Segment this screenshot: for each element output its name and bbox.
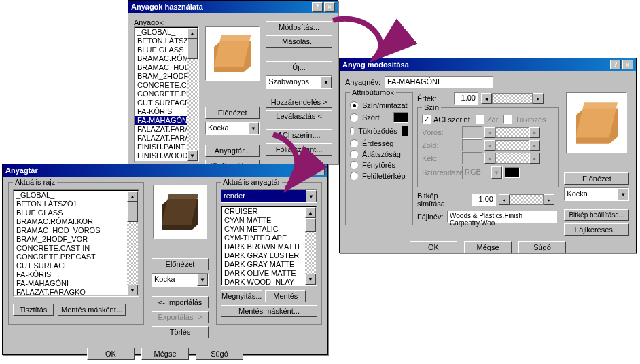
smoothing-field[interactable]: 1.00 (472, 194, 496, 206)
attribute-radio[interactable]: Felülettérkép (350, 170, 408, 181)
list-item[interactable]: BRAMAC_HOD_VOROS (14, 226, 138, 235)
title: Anyagtár (5, 166, 38, 175)
new-button[interactable]: Új... (266, 61, 332, 73)
material-library-dialog: Anyagtár ? ✕ Aktuális rajz _GLOBAL_BETON… (2, 164, 328, 355)
preview-button[interactable]: Előnézet (205, 107, 260, 119)
attributes-label: Attribútumok (350, 88, 396, 96)
list-item[interactable]: CRUISER (222, 207, 316, 216)
standard-combo[interactable]: Szabványos▼ (266, 75, 332, 89)
list-item[interactable]: BRAMAC.RÓMAI.KOR (14, 217, 138, 226)
list-item[interactable]: CUT SURFACE (14, 261, 138, 270)
shape-combo[interactable]: Kocka▼ (205, 122, 260, 135)
radio-icon (350, 101, 358, 109)
list-item[interactable]: CYM-TINTED APE (222, 234, 316, 242)
scrollbar[interactable]: ▲▼ (305, 207, 316, 285)
color-swatch (505, 167, 520, 178)
scroll-up-icon[interactable]: ▲ (187, 28, 198, 39)
assign-button[interactable]: Hozzárendelés > (266, 96, 332, 108)
titlebar[interactable]: Anyag módosítása ? ✕ (340, 58, 636, 71)
close-icon[interactable]: ✕ (622, 60, 633, 69)
library-button[interactable]: Anyagtár... (205, 145, 260, 157)
list-item[interactable]: DARK GRAY LUSTER (222, 251, 316, 260)
preview-button[interactable]: Előnézet (564, 172, 629, 185)
attribute-radio[interactable]: Fénytörés (350, 160, 408, 170)
color-swatch (402, 126, 408, 136)
export-button[interactable]: Exportálás -> (152, 311, 209, 323)
titlebar[interactable]: Anyagok használata ? ✕ (128, 1, 338, 13)
materials-list[interactable]: _GLOBAL_BETON.LÁTSZÓ1BLUE GLASSBRAMAC.RÓ… (134, 26, 199, 162)
name-field[interactable]: FA-MAHAGÓNI (385, 76, 493, 88)
ok-button[interactable]: OK (410, 241, 457, 253)
browse-button[interactable]: Fájlkeresés... (564, 223, 629, 236)
bylayer-button[interactable]: Fólia szerint... (266, 143, 332, 156)
attribute-radio[interactable]: Szórt (350, 111, 408, 124)
cancel-button[interactable]: Mégse (141, 348, 189, 360)
saveas-button[interactable]: Mentés másként... (58, 304, 126, 316)
save-button[interactable]: Mentés (265, 290, 306, 302)
list-item[interactable]: BETON.LÁTSZÓ1 (14, 200, 138, 208)
library-list[interactable]: CRUISERCYAN MATTECYAN METALICCYM-TINTED … (221, 206, 317, 286)
help-icon[interactable]: ? (610, 60, 621, 69)
filename-field[interactable]: Woods & Plastics.Finish Carpentry.Woo (447, 211, 557, 223)
list-item[interactable]: FA-MAHAGÓNI (14, 279, 138, 288)
cancel-button[interactable]: Mégse (464, 241, 512, 253)
ok-button[interactable]: OK (87, 348, 135, 360)
drawing-materials-list[interactable]: _GLOBAL_BETON.LÁTSZÓ1BLUE GLASSBRAMAC.RÓ… (13, 189, 139, 297)
list-item[interactable]: _GLOBAL_ (14, 191, 138, 200)
list-item[interactable]: FALAZAT.FARAGKO (14, 288, 138, 296)
aci-checkbox[interactable]: ACI szerint (422, 115, 470, 124)
attribute-radio[interactable]: Érdesség (350, 138, 408, 149)
list-item[interactable]: CONCRETE.CAST-IN (14, 244, 138, 253)
modify-button[interactable]: Módosítás... (266, 21, 332, 33)
list-item[interactable]: BRAM_2HODF_VOR (14, 235, 138, 244)
current-drawing-label: Aktuális rajz (13, 178, 57, 186)
scroll-down-icon[interactable]: ▼ (187, 150, 198, 161)
list-item[interactable]: CYAN MATTE (222, 216, 316, 225)
close-icon[interactable]: ✕ (324, 2, 335, 12)
radio-icon (350, 113, 358, 122)
value-slider[interactable]: ◂▸ (481, 93, 544, 104)
help-icon[interactable]: ? (302, 166, 313, 175)
scrollbar[interactable]: ▲ ▼ (187, 28, 198, 161)
name-label: Anyagnév: (345, 78, 380, 86)
color-swatch (393, 112, 408, 123)
preview-button[interactable]: Előnézet (152, 258, 209, 270)
smoothing-slider[interactable]: ◂▸ (499, 194, 554, 205)
titlebar[interactable]: Anyagtár ? ✕ (3, 164, 327, 177)
help-button[interactable]: Súgó (518, 241, 566, 253)
saveas-button[interactable]: Mentés másként... (221, 305, 317, 317)
list-item[interactable]: BLUE GLASS (14, 208, 138, 217)
copy-button[interactable]: Másolás... (266, 35, 332, 48)
bitmap-button[interactable]: Bitkép beállítása... (564, 209, 629, 221)
value-field[interactable]: 1.00 (454, 92, 478, 105)
help-button[interactable]: Súgó (196, 348, 243, 360)
list-item[interactable]: CYAN METALIC (222, 225, 316, 234)
clean-button[interactable]: Tisztítás (13, 304, 54, 316)
aci-button[interactable]: ACI szerint... (266, 129, 332, 141)
delete-button[interactable]: Törlés (152, 326, 209, 338)
shape-combo[interactable]: Kocka▼ (564, 187, 629, 201)
list-item[interactable]: DARK GRAY MATTE (222, 260, 316, 269)
radio-icon (350, 172, 358, 180)
shape-combo[interactable]: Kocka▼ (152, 273, 209, 287)
attribute-radio[interactable]: Tükröződés (350, 124, 408, 138)
close-icon[interactable]: ✕ (314, 166, 325, 175)
open-button[interactable]: Megnyitás... (221, 290, 262, 302)
list-item[interactable]: CONCRETE.PRECAST (14, 253, 138, 261)
radio-icon (350, 161, 358, 169)
list-item[interactable]: DARK BROWN MATTE (222, 242, 316, 251)
list-item[interactable]: DARK WOOD INLAY (222, 278, 316, 285)
chevron-down-icon[interactable]: ▼ (248, 122, 259, 134)
help-icon[interactable]: ? (312, 2, 323, 12)
radio-icon (350, 150, 358, 158)
library-combo[interactable]: render▼ (221, 189, 317, 203)
attribute-radio[interactable]: Szín/mintázat (350, 100, 408, 111)
import-button[interactable]: <- Importálás (152, 296, 209, 308)
chevron-down-icon[interactable]: ▼ (321, 76, 332, 88)
list-item[interactable]: DARK OLIVE MATTE (222, 269, 316, 278)
list-item[interactable]: FA-KŐRIS (14, 270, 138, 279)
detach-button[interactable]: Leválasztás < (266, 110, 332, 122)
lock-checkbox: Zár (476, 115, 499, 124)
attribute-radio[interactable]: Átlátszóság (350, 149, 408, 160)
scrollbar[interactable]: ▲▼ (127, 191, 138, 295)
